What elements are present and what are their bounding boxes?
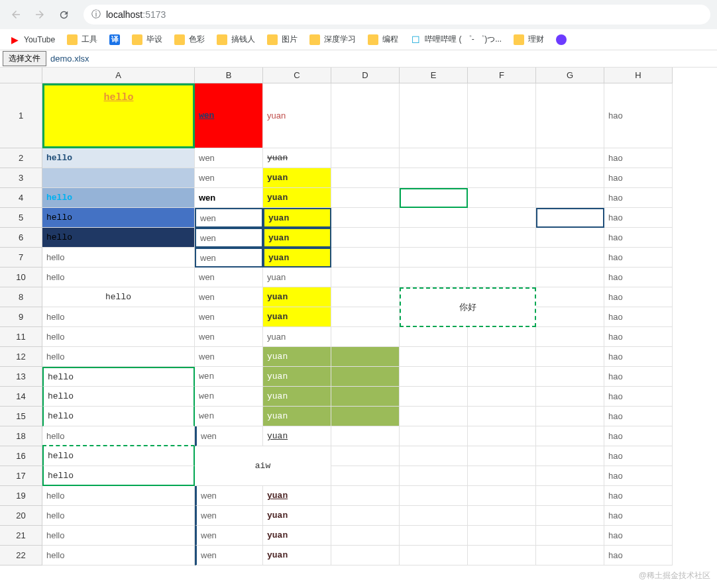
cell-b11[interactable]: wen bbox=[195, 327, 263, 347]
cell-g9[interactable] bbox=[536, 307, 604, 327]
cell-a1[interactable]: hello bbox=[42, 83, 195, 148]
bookmark-finance[interactable]: 理财 bbox=[514, 34, 544, 45]
col-header-b[interactable]: B bbox=[195, 68, 263, 83]
col-header-f[interactable]: F bbox=[468, 68, 536, 83]
cell-h4[interactable]: hao bbox=[604, 188, 673, 208]
cell-c18[interactable]: yuan bbox=[263, 426, 331, 446]
bookmark-coding[interactable]: 编程 bbox=[368, 34, 398, 45]
col-header-e[interactable]: E bbox=[400, 68, 468, 83]
cell-c5[interactable]: yuan bbox=[263, 208, 331, 228]
cell-d10[interactable] bbox=[331, 268, 400, 287]
row-header-16[interactable]: 16 bbox=[0, 446, 42, 466]
cell-f16[interactable] bbox=[468, 446, 536, 466]
cell-merged-aiw[interactable]: aiw bbox=[195, 446, 331, 486]
cell-d22[interactable] bbox=[331, 546, 400, 565]
cell-g12[interactable] bbox=[536, 347, 604, 367]
cell-f21[interactable] bbox=[468, 526, 536, 546]
row-header-17[interactable]: 17 bbox=[0, 466, 42, 486]
cell-e5[interactable] bbox=[400, 208, 468, 228]
cell-a14[interactable]: hello bbox=[42, 387, 195, 407]
cell-d20[interactable] bbox=[331, 506, 400, 526]
cell-e11[interactable] bbox=[400, 327, 468, 347]
cell-a17[interactable]: hello bbox=[42, 466, 195, 486]
cell-h19[interactable]: hao bbox=[604, 486, 673, 506]
cell-d14[interactable] bbox=[331, 387, 400, 407]
cell-g20[interactable] bbox=[536, 506, 604, 526]
cell-d11[interactable] bbox=[331, 327, 400, 347]
cell-f4[interactable] bbox=[468, 188, 536, 208]
row-header-13[interactable]: 13 bbox=[0, 367, 42, 387]
cell-e7[interactable] bbox=[400, 248, 468, 268]
cell-e16[interactable] bbox=[400, 446, 468, 466]
cell-b2[interactable]: wen bbox=[195, 148, 263, 168]
cell-h17[interactable]: hao bbox=[604, 466, 673, 486]
cell-h5[interactable]: hao bbox=[604, 208, 673, 228]
cell-b1[interactable]: wen bbox=[195, 83, 263, 148]
cell-h18[interactable]: hao bbox=[604, 426, 673, 446]
cell-a20[interactable]: hello bbox=[42, 506, 195, 526]
cell-h1[interactable]: hao bbox=[604, 83, 673, 148]
cell-f14[interactable] bbox=[468, 387, 536, 407]
cell-h14[interactable]: hao bbox=[604, 387, 673, 407]
cell-g19[interactable] bbox=[536, 486, 604, 506]
cell-b9[interactable]: wen bbox=[195, 307, 263, 327]
row-header-18[interactable]: 18 bbox=[0, 426, 42, 446]
cell-c15[interactable]: yuan bbox=[263, 407, 331, 426]
cell-h3[interactable]: hao bbox=[604, 168, 673, 188]
bookmark-color[interactable]: 色彩 bbox=[174, 34, 205, 45]
cell-b18[interactable]: wen bbox=[195, 426, 263, 446]
cell-h10[interactable]: hao bbox=[604, 268, 673, 287]
row-header-22[interactable]: 22 bbox=[0, 546, 42, 565]
row-header-8[interactable]: 8 bbox=[0, 287, 42, 307]
cell-a6[interactable]: hello bbox=[42, 228, 195, 248]
choose-file-button[interactable]: 选择文件 bbox=[3, 51, 46, 66]
cell-e10[interactable] bbox=[400, 268, 468, 287]
row-header-14[interactable]: 14 bbox=[0, 387, 42, 407]
cell-e21[interactable] bbox=[400, 526, 468, 546]
cell-e14[interactable] bbox=[400, 387, 468, 407]
cell-d3[interactable] bbox=[331, 168, 400, 188]
cell-f11[interactable] bbox=[468, 327, 536, 347]
cell-a15[interactable]: hello bbox=[42, 407, 195, 426]
cell-b12[interactable]: wen bbox=[195, 347, 263, 367]
cell-f7[interactable] bbox=[468, 248, 536, 268]
cell-b19[interactable]: wen bbox=[195, 486, 263, 506]
cell-f18[interactable] bbox=[468, 426, 536, 446]
cell-d2[interactable] bbox=[331, 148, 400, 168]
cell-c2[interactable]: yuan bbox=[263, 148, 331, 168]
cell-g8[interactable] bbox=[536, 287, 604, 307]
cell-a11[interactable]: hello bbox=[42, 327, 195, 347]
row-header-7[interactable]: 7 bbox=[0, 248, 42, 268]
cell-f15[interactable] bbox=[468, 407, 536, 426]
cell-h22[interactable]: hao bbox=[604, 546, 673, 565]
row-header-2[interactable]: 2 bbox=[0, 148, 42, 168]
cell-c3[interactable]: yuan bbox=[263, 168, 331, 188]
cell-d12[interactable] bbox=[331, 347, 400, 367]
cell-c11[interactable]: yuan bbox=[263, 327, 331, 347]
cell-f12[interactable] bbox=[468, 347, 536, 367]
cell-f13[interactable] bbox=[468, 367, 536, 387]
cell-b8[interactable]: wen bbox=[195, 287, 263, 307]
cell-d5[interactable] bbox=[331, 208, 400, 228]
bookmark-bishe[interactable]: 毕设 bbox=[132, 34, 162, 45]
row-header-4[interactable]: 4 bbox=[0, 188, 42, 208]
forward-button[interactable] bbox=[30, 5, 49, 24]
site-info-icon[interactable]: ⓘ bbox=[91, 9, 101, 21]
cell-h20[interactable]: hao bbox=[604, 506, 673, 526]
cell-c10[interactable]: yuan bbox=[263, 268, 331, 287]
cell-d18[interactable] bbox=[331, 426, 400, 446]
cell-b15[interactable]: wen bbox=[195, 407, 263, 426]
cell-c8[interactable]: yuan bbox=[263, 287, 331, 307]
cell-a21[interactable]: hello bbox=[42, 526, 195, 546]
cell-g4[interactable] bbox=[536, 188, 604, 208]
cell-h11[interactable]: hao bbox=[604, 327, 673, 347]
cell-a5[interactable]: hello bbox=[42, 208, 195, 228]
row-header-21[interactable]: 21 bbox=[0, 526, 42, 546]
cell-d6[interactable] bbox=[331, 228, 400, 248]
col-header-c[interactable]: C bbox=[263, 68, 331, 83]
cell-h2[interactable]: hao bbox=[604, 148, 673, 168]
row-header-15[interactable]: 15 bbox=[0, 407, 42, 426]
cell-b22[interactable]: wen bbox=[195, 546, 263, 565]
cell-h21[interactable]: hao bbox=[604, 526, 673, 546]
cell-d19[interactable] bbox=[331, 486, 400, 506]
